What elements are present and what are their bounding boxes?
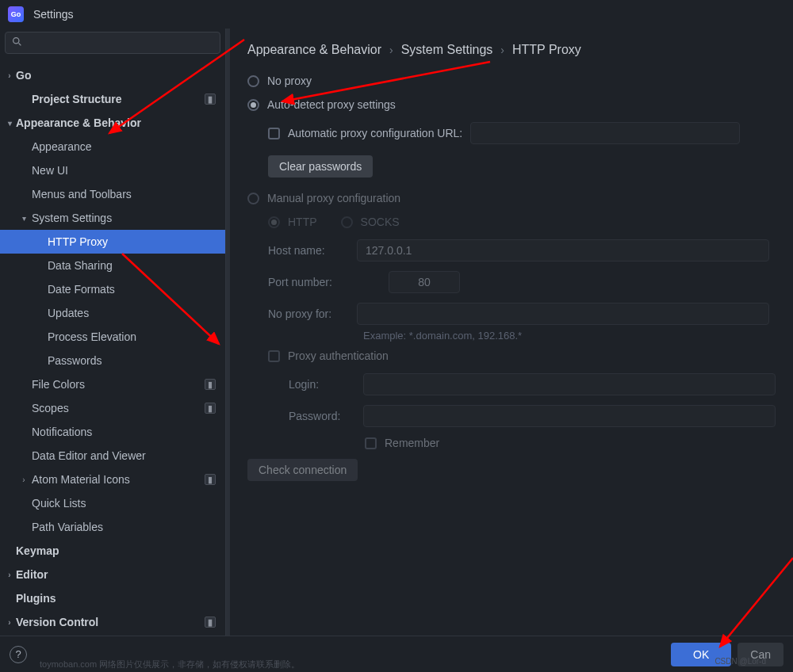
search-input[interactable] bbox=[5, 32, 220, 54]
remember-label: Remember bbox=[385, 437, 439, 449]
checkbox-proxy-auth: Proxy authentication bbox=[268, 349, 776, 362]
svg-line-1 bbox=[19, 44, 21, 46]
sidebar-item-label: Scopes bbox=[32, 402, 205, 414]
sidebar-item-label: Go bbox=[16, 69, 216, 82]
radio-icon bbox=[247, 75, 259, 87]
auto-url-input bbox=[470, 122, 740, 144]
sidebar-item-label: Passwords bbox=[48, 354, 216, 367]
sidebar-item-label: Updates bbox=[48, 307, 216, 319]
sidebar-item-plugins[interactable]: Plugins bbox=[0, 586, 225, 610]
watermark-text: toymoban.com 网络图片仅供展示，非存储，如有侵权请联系删除。 bbox=[40, 659, 300, 670]
project-scope-icon: ▮ bbox=[205, 379, 216, 390]
sidebar-item-label: HTTP Proxy bbox=[48, 235, 216, 248]
sidebar-item-label: Quick Lists bbox=[32, 497, 216, 510]
sidebar-item-appearance-behavior[interactable]: ▾Appearance & Behavior bbox=[0, 111, 225, 135]
port-label: Port number: bbox=[268, 276, 357, 288]
help-icon[interactable]: ? bbox=[10, 646, 27, 663]
radio-label: No proxy bbox=[267, 74, 312, 87]
noproxyfor-label: No proxy for: bbox=[268, 307, 357, 320]
chevron-icon: › bbox=[3, 618, 16, 627]
sidebar-item-atom-material-icons[interactable]: ›Atom Material Icons▮ bbox=[0, 468, 225, 491]
radio-label: HTTP bbox=[288, 216, 317, 228]
titlebar: Go Settings bbox=[0, 0, 793, 29]
sidebar-item-menus-and-toolbars[interactable]: Menus and Toolbars bbox=[0, 182, 225, 206]
radio-icon bbox=[341, 216, 353, 228]
content-panel: Appearance & Behavior › System Settings … bbox=[230, 29, 793, 636]
radio-socks: SOCKS bbox=[341, 216, 400, 228]
sidebar-item-label: Menus and Toolbars bbox=[32, 188, 216, 200]
sidebar-item-version-control[interactable]: ›Version Control▮ bbox=[0, 610, 225, 634]
sidebar-item-label: New UI bbox=[32, 164, 216, 177]
checkbox-label: Automatic proxy configuration URL: bbox=[288, 127, 462, 139]
sidebar-item-new-ui[interactable]: New UI bbox=[0, 158, 225, 182]
project-scope-icon: ▮ bbox=[205, 617, 216, 628]
radio-label: Manual proxy configuration bbox=[267, 192, 400, 204]
sidebar-item-notifications[interactable]: Notifications bbox=[0, 420, 225, 444]
sidebar-item-scopes[interactable]: Scopes▮ bbox=[0, 396, 225, 420]
sidebar-item-file-colors[interactable]: File Colors▮ bbox=[0, 372, 225, 396]
port-input bbox=[389, 271, 460, 293]
radio-icon bbox=[268, 216, 280, 228]
sidebar-item-label: Version Control bbox=[16, 616, 205, 628]
host-label: Host name: bbox=[268, 244, 357, 257]
breadcrumb-sep-icon: › bbox=[389, 44, 393, 56]
sidebar-item-label: Editor bbox=[16, 568, 216, 581]
radio-label: Auto-detect proxy settings bbox=[267, 98, 396, 111]
checkbox-icon bbox=[365, 437, 377, 449]
sidebar-item-label: Notifications bbox=[32, 426, 216, 438]
app-icon: Go bbox=[8, 6, 24, 22]
check-connection-button: Check connection bbox=[247, 459, 358, 481]
radio-http: HTTP bbox=[268, 216, 317, 228]
chevron-icon: ▾ bbox=[3, 119, 16, 128]
breadcrumb-item: HTTP Proxy bbox=[512, 43, 581, 57]
breadcrumb: Appearance & Behavior › System Settings … bbox=[247, 43, 776, 57]
sidebar-item-process-elevation[interactable]: Process Elevation bbox=[0, 325, 225, 349]
sidebar-item-keymap[interactable]: Keymap bbox=[0, 539, 225, 563]
login-input bbox=[363, 373, 776, 395]
sidebar-item-updates[interactable]: Updates bbox=[0, 301, 225, 325]
chevron-icon: › bbox=[3, 571, 16, 579]
radio-icon bbox=[247, 193, 259, 204]
sidebar-item-go[interactable]: ›Go bbox=[0, 63, 225, 87]
sidebar-item-path-variables[interactable]: Path Variables bbox=[0, 515, 225, 539]
sidebar-item-passwords[interactable]: Passwords bbox=[0, 349, 225, 372]
sidebar-item-quick-lists[interactable]: Quick Lists bbox=[0, 491, 225, 515]
sidebar-item-date-formats[interactable]: Date Formats bbox=[0, 277, 225, 301]
sidebar-item-editor[interactable]: ›Editor bbox=[0, 563, 225, 586]
window-title: Settings bbox=[33, 8, 74, 21]
radio-label: SOCKS bbox=[361, 216, 400, 228]
sidebar: ›GoProject Structure▮▾Appearance & Behav… bbox=[0, 29, 225, 636]
sidebar-item-label: Plugins bbox=[16, 592, 216, 605]
clear-passwords-button[interactable]: Clear passwords bbox=[268, 155, 373, 178]
breadcrumb-item: System Settings bbox=[401, 43, 493, 57]
checkbox-icon bbox=[268, 128, 280, 139]
sidebar-item-http-proxy[interactable]: HTTP Proxy bbox=[0, 230, 225, 254]
checkbox-auto-url[interactable]: Automatic proxy configuration URL: bbox=[268, 122, 776, 144]
project-scope-icon: ▮ bbox=[205, 474, 216, 485]
example-text: Example: *.domain.com, 192.168.* bbox=[363, 330, 776, 342]
sidebar-item-label: Path Variables bbox=[32, 521, 216, 533]
host-input bbox=[357, 239, 769, 262]
noproxyfor-input bbox=[357, 303, 769, 325]
login-label: Login: bbox=[289, 378, 363, 391]
sidebar-item-data-sharing[interactable]: Data Sharing bbox=[0, 254, 225, 277]
search-icon bbox=[12, 36, 22, 49]
sidebar-item-label: Process Elevation bbox=[48, 330, 216, 343]
radio-no-proxy[interactable]: No proxy bbox=[247, 74, 776, 87]
breadcrumb-item: Appearance & Behavior bbox=[247, 43, 381, 57]
sidebar-item-label: Atom Material Icons bbox=[32, 473, 205, 486]
breadcrumb-sep-icon: › bbox=[500, 44, 504, 56]
radio-auto-detect[interactable]: Auto-detect proxy settings bbox=[247, 98, 776, 111]
chevron-icon: › bbox=[3, 71, 16, 80]
project-scope-icon: ▮ bbox=[205, 403, 216, 414]
sidebar-item-project-structure[interactable]: Project Structure▮ bbox=[0, 87, 225, 111]
sidebar-item-system-settings[interactable]: ▾System Settings bbox=[0, 206, 225, 230]
sidebar-item-label: Keymap bbox=[16, 544, 216, 557]
sidebar-item-data-editor-and-viewer[interactable]: Data Editor and Viewer bbox=[0, 444, 225, 468]
password-input bbox=[363, 405, 776, 427]
checkbox-label: Proxy authentication bbox=[288, 349, 389, 362]
radio-manual[interactable]: Manual proxy configuration bbox=[247, 192, 776, 204]
sidebar-item-appearance[interactable]: Appearance bbox=[0, 135, 225, 158]
chevron-icon: ▾ bbox=[17, 214, 30, 223]
checkbox-icon bbox=[268, 350, 280, 362]
